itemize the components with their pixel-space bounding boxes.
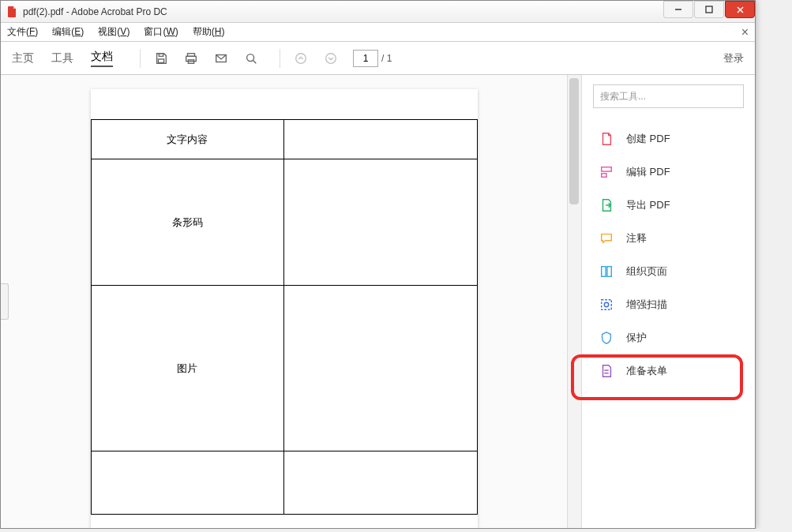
cell-label: 条形码 [91, 159, 284, 286]
minimize-button[interactable] [663, 1, 693, 18]
menu-edit[interactable]: 编辑(E) [52, 25, 84, 39]
tool-enhance-scan[interactable]: 增强扫描 [593, 288, 744, 321]
document-table: 文字内容 条形码 图片 [91, 119, 478, 515]
svg-rect-1 [706, 6, 712, 13]
tool-label: 创建 PDF [626, 132, 670, 146]
tool-label: 注释 [626, 231, 647, 245]
print-icon[interactable] [180, 47, 202, 69]
acrobat-icon [6, 6, 18, 18]
tool-organize-pages[interactable]: 组织页面 [593, 255, 744, 288]
maximize-button[interactable] [694, 1, 724, 18]
app-window: pdf(2).pdf - Adobe Acrobat Pro DC 文件(F) … [0, 0, 756, 529]
table-row: 文字内容 [91, 120, 477, 159]
table-row: 条形码 [91, 159, 477, 286]
separator [140, 49, 141, 68]
tools-list: 创建 PDF 编辑 PDF 导出 PDF 注释 组织页面 [593, 122, 744, 388]
svg-rect-17 [607, 267, 611, 277]
close-doc-button[interactable]: × [741, 25, 749, 39]
create-pdf-icon [598, 130, 615, 148]
mail-icon[interactable] [210, 47, 232, 69]
tool-create-pdf[interactable]: 创建 PDF [593, 122, 744, 155]
search-tools-input[interactable]: 搜索工具... [593, 84, 744, 108]
protect-icon [598, 329, 615, 347]
svg-point-12 [296, 53, 306, 63]
svg-rect-14 [602, 167, 612, 171]
page-number-input[interactable] [353, 50, 378, 67]
save-icon[interactable] [150, 47, 172, 69]
vertical-scrollbar[interactable] [567, 75, 581, 528]
page-up-icon[interactable] [290, 47, 312, 69]
separator [280, 49, 280, 68]
edit-pdf-icon [598, 163, 615, 181]
comment-icon [598, 230, 615, 247]
organize-icon [598, 263, 615, 280]
tools-panel: 搜索工具... 创建 PDF 编辑 PDF 导出 PDF 注释 [581, 75, 755, 528]
document-view[interactable]: 文字内容 条形码 图片 [1, 75, 567, 528]
table-row [91, 451, 477, 515]
svg-rect-5 [158, 58, 163, 62]
tool-label: 准备表单 [626, 364, 667, 378]
svg-rect-15 [602, 174, 606, 178]
window-title: pdf(2).pdf - Adobe Acrobat Pro DC [23, 6, 663, 17]
menu-file[interactable]: 文件(F) [7, 25, 38, 39]
cell-value [284, 286, 478, 451]
tool-label: 组织页面 [626, 264, 667, 279]
search-placeholder: 搜索工具... [600, 90, 646, 103]
tool-prepare-form[interactable]: 准备表单 [593, 354, 744, 388]
cell-value [284, 451, 478, 515]
cell-label: 文字内容 [91, 120, 284, 159]
window-controls [663, 1, 755, 22]
enhance-scan-icon [598, 296, 615, 313]
tool-edit-pdf[interactable]: 编辑 PDF [593, 155, 744, 189]
svg-point-19 [604, 302, 608, 306]
menu-window[interactable]: 窗口(W) [144, 25, 178, 39]
tab-home[interactable]: 主页 [12, 51, 34, 66]
scrollbar-thumb[interactable] [569, 78, 579, 204]
menubar: 文件(F) 编辑(E) 视图(V) 窗口(W) 帮助(H) × [1, 23, 755, 42]
tool-protect[interactable]: 保护 [593, 321, 744, 354]
tool-comment[interactable]: 注释 [593, 222, 744, 255]
toolbar: 主页 工具 文档 / 1 登录 [1, 42, 755, 75]
search-icon[interactable] [240, 47, 262, 69]
menu-help[interactable]: 帮助(H) [193, 25, 225, 39]
cell-label [91, 451, 284, 515]
login-button[interactable]: 登录 [723, 51, 744, 66]
svg-rect-7 [186, 56, 197, 61]
cell-label: 图片 [91, 286, 284, 451]
panel-expand-handle[interactable] [1, 283, 9, 320]
svg-point-10 [247, 54, 254, 61]
form-icon [598, 362, 615, 380]
cell-value [284, 120, 478, 159]
page-total-label: / 1 [381, 53, 392, 64]
svg-rect-18 [602, 300, 612, 310]
menu-view[interactable]: 视图(V) [98, 25, 129, 39]
page-down-icon[interactable] [320, 47, 342, 69]
tab-document[interactable]: 文档 [91, 50, 113, 67]
svg-rect-16 [602, 267, 606, 277]
close-button[interactable] [725, 1, 755, 18]
titlebar: pdf(2).pdf - Adobe Acrobat Pro DC [1, 1, 755, 23]
pdf-page: 文字内容 条形码 图片 [91, 89, 478, 528]
export-pdf-icon [598, 197, 615, 214]
svg-rect-4 [159, 53, 163, 56]
tool-label: 增强扫描 [626, 298, 667, 312]
tool-label: 导出 PDF [626, 198, 670, 212]
tool-export-pdf[interactable]: 导出 PDF [593, 189, 744, 222]
main-area: 文字内容 条形码 图片 [1, 75, 755, 528]
svg-line-11 [253, 60, 257, 63]
tool-label: 保护 [626, 331, 647, 345]
cell-value [284, 159, 478, 286]
tab-tools[interactable]: 工具 [51, 51, 73, 66]
tool-label: 编辑 PDF [626, 165, 670, 179]
svg-point-13 [326, 53, 336, 63]
table-row: 图片 [91, 286, 477, 451]
